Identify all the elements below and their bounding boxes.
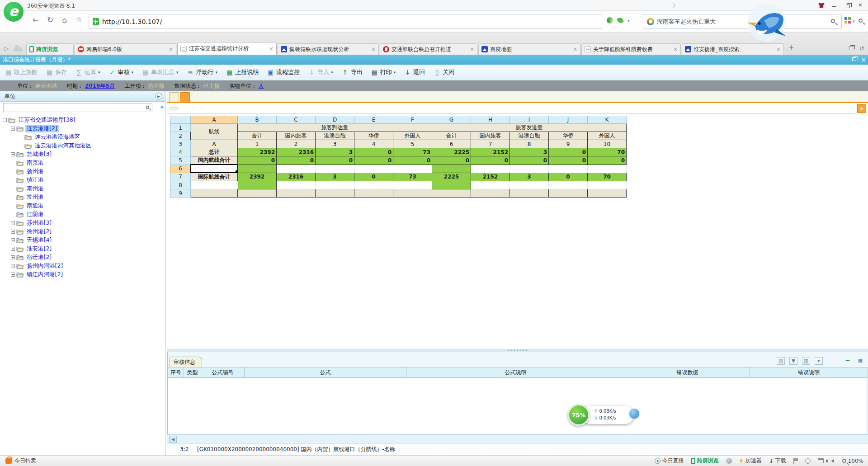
live-button[interactable]: 今日直播 <box>655 457 684 465</box>
horizontal-scrollbar[interactable]: ◀ <box>167 434 868 443</box>
tab-close-icon[interactable]: × <box>269 46 274 52</box>
grid-row-header[interactable]: 3 <box>170 140 191 148</box>
grid-cell[interactable]: 港澳台胞 <box>510 132 549 140</box>
browser-logo[interactable]: e <box>4 2 24 22</box>
tree-expander-icon[interactable]: + <box>11 255 15 259</box>
browser-tab[interactable]: 集装箱铁水联运现状分析 × <box>278 43 379 55</box>
search-input[interactable]: 湖南客车起火伤亡重大 <box>657 18 716 26</box>
grid-cell[interactable]: 73 <box>393 173 432 181</box>
grid-cell[interactable]: 9 <box>549 140 588 148</box>
grid-cell[interactable] <box>510 165 549 173</box>
tab-close-icon[interactable]: × <box>573 46 577 52</box>
grid-cell[interactable]: 国内旅客 <box>471 132 510 140</box>
grid-cell[interactable]: 1 <box>238 140 277 148</box>
toolbar-button[interactable]: ≡ 浮动行 ▾ <box>187 68 218 76</box>
tree-expander-icon[interactable]: + <box>11 221 15 225</box>
toolbar-button[interactable]: ▤ 取上期数 ▾ <box>5 68 38 76</box>
grid-cell[interactable]: 航线 <box>191 124 238 140</box>
toolbar-button[interactable]: ▯ 关闭 ▾ <box>433 68 454 76</box>
tab-close-icon[interactable]: × <box>776 46 781 52</box>
grid-cell[interactable]: 70 <box>588 148 627 156</box>
tree-expander-icon[interactable]: - <box>3 118 7 122</box>
grid-cell[interactable] <box>471 189 510 198</box>
selected-cell[interactable] <box>191 165 238 173</box>
grid-cell[interactable] <box>393 165 432 173</box>
tab-list-icon[interactable] <box>849 47 853 50</box>
grid-cell[interactable] <box>471 165 510 173</box>
grid-row-header[interactable]: 4 <box>170 148 191 156</box>
grid-cell[interactable]: 华侨 <box>354 132 393 140</box>
chevron-down-icon[interactable]: ▾ <box>176 70 179 75</box>
accelerator-button[interactable]: 加速器 <box>739 457 762 465</box>
report-chip[interactable] <box>170 108 178 109</box>
tree-expander-icon[interactable]: + <box>11 264 15 268</box>
grid-cell[interactable]: 10 <box>588 140 627 148</box>
report-chip[interactable] <box>186 108 193 109</box>
tab-close-icon[interactable]: × <box>673 46 678 52</box>
tab-close-icon[interactable]: × <box>169 46 173 52</box>
tree-item[interactable]: + 苏州港[3] <box>0 219 165 227</box>
skin-icon[interactable] <box>818 3 825 8</box>
new-tab-button[interactable]: + <box>788 43 794 52</box>
tree-item[interactable]: + 无锡港[4] <box>0 236 165 245</box>
spreadsheet-canvas[interactable]: ABCDEFGHIJK1航线旅客到达量旅客发送量2合计国内旅客港澳台胞华侨外国人… <box>167 114 868 349</box>
scroll-left-icon[interactable]: ◀ <box>169 436 177 443</box>
tree-item[interactable]: - 江苏省交通运输厅[38] <box>0 116 165 124</box>
grid-col-header[interactable]: E <box>354 116 393 124</box>
grid-row-header[interactable]: 6 <box>170 165 191 173</box>
grid-cell[interactable] <box>316 181 354 189</box>
chevron-down-icon[interactable]: ▾ <box>394 70 396 75</box>
grid-cell[interactable]: 3 <box>316 140 354 148</box>
toolbar-button[interactable]: ▣ 流程监控 ▾ <box>267 68 300 76</box>
tab-close-icon[interactable]: × <box>371 46 376 52</box>
toolbar-button[interactable]: ↓ 退回 ▾ <box>404 68 425 76</box>
grid-cell[interactable]: 8 <box>510 140 549 148</box>
grid-cell[interactable]: 3 <box>316 148 354 156</box>
home-icon[interactable]: ⌂ <box>59 15 71 24</box>
grid-cell[interactable]: 0 <box>471 156 510 165</box>
tree-item[interactable]: + 徐州港[2] <box>0 227 165 236</box>
grid-cell[interactable]: 2392 <box>238 173 277 181</box>
chevron-down-icon[interactable]: ▾ <box>98 70 100 75</box>
grid-cell[interactable]: 0 <box>549 156 588 165</box>
grid-corner[interactable] <box>170 116 191 124</box>
sheet-tab[interactable] <box>180 92 190 102</box>
grid-cell[interactable]: 0 <box>277 156 316 165</box>
grid-cell[interactable]: 外国人 <box>393 132 432 140</box>
grid-row-header[interactable]: 9 <box>170 189 191 198</box>
grid-col-header[interactable]: J <box>549 116 588 124</box>
chevron-down-icon[interactable]: ▾ <box>216 70 218 75</box>
tree-item[interactable]: 扬州港 <box>0 167 165 176</box>
unit-search-input[interactable] <box>3 103 152 112</box>
speed-mini-icon[interactable] <box>629 409 639 419</box>
grid-cell[interactable]: 旅客发送量 <box>432 124 627 132</box>
chevron-down-icon[interactable]: ▾ <box>853 19 855 24</box>
search-icon[interactable] <box>146 106 149 109</box>
chips-scroll-right-icon[interactable]: » <box>857 104 866 113</box>
search-icon[interactable] <box>831 19 835 23</box>
grid-cell[interactable]: 3 <box>316 173 354 181</box>
grid-cell[interactable]: 0 <box>354 156 393 165</box>
tree-item[interactable]: 连云港港沿海港区 <box>0 133 165 141</box>
tree-item[interactable]: + 镇江内河港[2] <box>0 270 165 279</box>
report-chip[interactable] <box>178 108 186 109</box>
audit-collapse-icon[interactable]: − <box>844 357 852 365</box>
app-close-icon[interactable]: × <box>861 56 866 63</box>
grid-cell[interactable]: 0 <box>432 156 471 165</box>
grid-cell[interactable]: 总计 <box>191 148 238 156</box>
grid-cell[interactable] <box>277 165 316 173</box>
volume-button[interactable] <box>831 459 835 463</box>
physical-unit-link[interactable]: 人 <box>259 82 264 90</box>
speed-widget[interactable]: ↑ 0.03K/s ↓ 0.03K/s 75% <box>568 403 640 427</box>
grid-cell[interactable]: 外国人 <box>588 132 627 140</box>
grid-cell[interactable] <box>588 165 627 173</box>
tree-item[interactable]: + 盐城港[3] <box>0 150 165 159</box>
tree-expander-icon[interactable]: + <box>11 273 15 277</box>
grid-cell[interactable] <box>432 165 471 173</box>
audit-info-tab[interactable]: 审核信息 <box>170 357 202 367</box>
grid-cell[interactable]: 国内航线合计 <box>191 156 238 165</box>
tree-item[interactable]: + 淮安港[2] <box>0 245 165 253</box>
panel-splitter[interactable]: ••••••• <box>167 349 868 352</box>
restore-button[interactable] <box>842 1 854 9</box>
expand-sidebar-icon[interactable]: ▷ <box>5 45 9 52</box>
